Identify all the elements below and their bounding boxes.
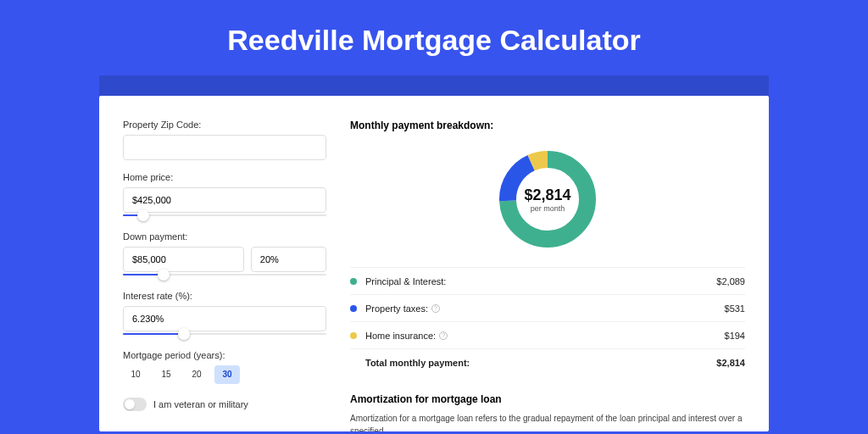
zip-label: Property Zip Code: — [123, 120, 326, 130]
donut-chart-area: $2,814 per month — [350, 140, 745, 259]
veteran-toggle[interactable] — [123, 398, 147, 411]
amortization-body: Amortization for a mortgage loan refers … — [350, 412, 745, 431]
rate-slider[interactable] — [123, 330, 326, 338]
price-field: Home price: — [123, 172, 326, 220]
legend-value: $194 — [725, 331, 745, 341]
period-options: 10 15 20 30 — [123, 365, 326, 384]
zip-input[interactable] — [123, 135, 326, 160]
down-amount-input[interactable] — [123, 247, 244, 272]
down-label: Down payment: — [123, 231, 326, 242]
donut-amount: $2,814 — [524, 186, 570, 204]
price-label: Home price: — [123, 172, 326, 182]
down-field: Down payment: — [123, 231, 326, 279]
dot-icon — [350, 332, 357, 339]
legend-total-value: $2,814 — [716, 358, 745, 368]
veteran-row: I am veteran or military — [123, 398, 326, 411]
period-field: Mortgage period (years): 10 15 20 30 — [123, 350, 326, 384]
amortization-title: Amortization for mortgage loan — [350, 393, 745, 405]
rate-label: Interest rate (%): — [123, 291, 326, 301]
legend-total-label: Total monthly payment: — [365, 358, 716, 368]
down-slider[interactable] — [123, 270, 326, 279]
veteran-label: I am veteran or military — [153, 399, 248, 409]
dot-icon — [350, 278, 357, 285]
calculator-card: Property Zip Code: Home price: Down paym… — [99, 96, 769, 431]
legend-label: Property taxes: ? — [365, 303, 725, 314]
amortization-section: Amortization for mortgage loan Amortizat… — [350, 393, 745, 431]
period-label: Mortgage period (years): — [123, 350, 326, 360]
period-option-15[interactable]: 15 — [153, 365, 179, 384]
legend-row-principal: Principal & Interest: $2,089 — [350, 268, 745, 295]
donut-center: $2,814 per month — [498, 149, 598, 249]
help-icon[interactable]: ? — [431, 304, 440, 313]
rate-field: Interest rate (%): — [123, 291, 326, 338]
help-icon[interactable]: ? — [439, 331, 448, 340]
dot-icon — [350, 305, 357, 312]
legend-row-insurance: Home insurance: ? $194 — [350, 322, 745, 349]
price-input[interactable] — [123, 187, 326, 213]
legend-value: $2,089 — [716, 276, 745, 287]
period-option-10[interactable]: 10 — [123, 365, 148, 384]
zip-field: Property Zip Code: — [123, 120, 326, 160]
period-option-30[interactable]: 30 — [214, 365, 240, 384]
down-pct-input[interactable] — [251, 247, 326, 272]
legend-label: Home insurance: ? — [365, 331, 725, 341]
rate-input[interactable] — [123, 306, 326, 331]
legend-value: $531 — [725, 303, 745, 314]
form-panel: Property Zip Code: Home price: Down paym… — [123, 120, 326, 431]
breakdown-title: Monthly payment breakdown: — [350, 120, 745, 131]
breakdown-panel: Monthly payment breakdown: $2,814 per mo… — [350, 120, 745, 431]
price-slider[interactable] — [123, 211, 326, 220]
legend-row-total: Total monthly payment: $2,814 — [350, 349, 745, 376]
page-title: Reedville Mortgage Calculator — [0, 0, 868, 75]
legend-label: Principal & Interest: — [365, 276, 716, 287]
donut-sub: per month — [531, 204, 565, 213]
legend: Principal & Interest: $2,089 Property ta… — [350, 267, 745, 376]
donut-chart: $2,814 per month — [498, 149, 598, 249]
legend-row-taxes: Property taxes: ? $531 — [350, 295, 745, 322]
card-shadow: Property Zip Code: Home price: Down paym… — [99, 75, 769, 431]
period-option-20[interactable]: 20 — [184, 365, 209, 384]
